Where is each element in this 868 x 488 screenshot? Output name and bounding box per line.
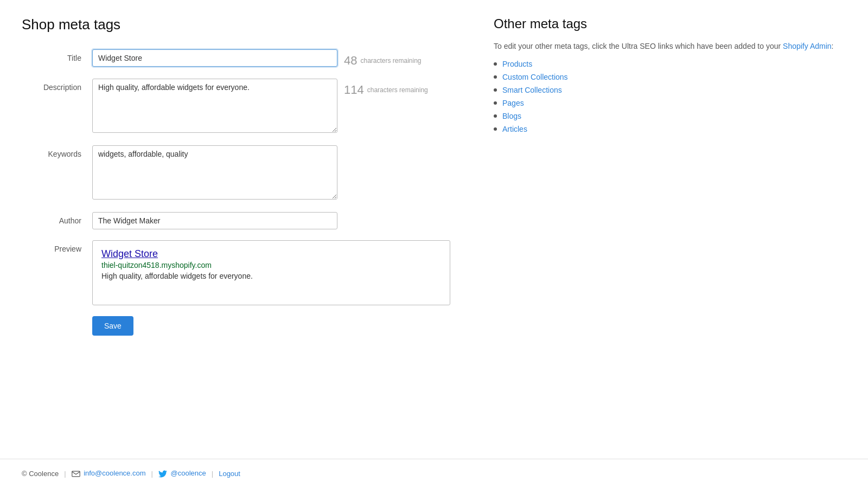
shopify-admin-link[interactable]: Shopify Admin [783,42,832,50]
title-row: Title 48 characters remaining [22,49,450,68]
keywords-textarea[interactable]: widgets, affordable, quality [92,145,337,200]
author-row: Author [22,212,450,229]
preview-url: thiel-quitzon4518.myshopify.com [101,261,441,269]
title-chars-number: 48 [344,54,357,68]
page-title: Shop meta tags [22,16,450,33]
list-item: Products [494,60,846,68]
bullet-icon [494,75,497,79]
list-item: Smart Collections [494,86,846,94]
preview-description: High quality, affordable widgets for eve… [101,272,441,280]
footer: © Coolence | info@coolence.com | @coolen… [0,459,868,488]
email-wrapper: info@coolence.com [72,469,146,478]
preview-label: Preview [22,240,92,253]
save-row: Save [22,316,450,336]
other-meta-links: Products Custom Collections Smart Collec… [494,60,846,133]
blogs-link[interactable]: Blogs [502,112,521,120]
products-link[interactable]: Products [502,60,532,68]
title-input[interactable] [92,49,337,67]
svg-rect-0 [72,471,79,477]
twitter-wrapper: @coolence [158,469,206,478]
preview-row: Preview Widget Store thiel-quitzon4518.m… [22,240,450,305]
title-label: Title [22,49,92,62]
other-meta-heading: Other meta tags [494,16,846,31]
pages-link[interactable]: Pages [502,99,524,107]
other-meta-description: To edit your other meta tags, click the … [494,40,846,52]
author-label: Author [22,212,92,225]
bullet-icon [494,101,497,105]
keywords-label: Keywords [22,145,92,158]
description-row: Description High quality, affordable wid… [22,79,450,134]
separator: | [64,470,66,478]
articles-link[interactable]: Articles [502,125,527,133]
copyright-text: © Coolence [22,470,59,478]
logout-link[interactable]: Logout [219,470,240,478]
custom-collections-link[interactable]: Custom Collections [502,73,568,81]
save-button[interactable]: Save [92,316,133,336]
separator: | [212,470,213,478]
description-char-count: 114 characters remaining [344,79,428,97]
twitter-link[interactable]: @coolence [171,469,206,477]
smart-collections-link[interactable]: Smart Collections [502,86,562,94]
email-link[interactable]: info@coolence.com [84,469,145,477]
bullet-icon [494,114,497,118]
bullet-icon [494,127,497,131]
twitter-icon [158,470,167,478]
list-item: Articles [494,125,846,133]
description-chars-number: 114 [344,83,364,97]
keywords-row: Keywords widgets, affordable, quality [22,145,450,201]
author-input[interactable] [92,212,337,229]
preview-box: Widget Store thiel-quitzon4518.myshopify… [92,240,450,305]
description-chars-label: characters remaining [367,86,428,94]
list-item: Pages [494,99,846,107]
list-item: Blogs [494,112,846,120]
title-chars-label: characters remaining [360,57,421,65]
description-textarea[interactable]: High quality, affordable widgets for eve… [92,79,337,133]
list-item: Custom Collections [494,73,846,81]
preview-title[interactable]: Widget Store [101,248,441,260]
separator: | [151,470,153,478]
bullet-icon [494,88,497,92]
title-char-count: 48 characters remaining [344,49,422,68]
bullet-icon [494,62,497,66]
description-label: Description [22,79,92,92]
email-icon [72,470,80,478]
